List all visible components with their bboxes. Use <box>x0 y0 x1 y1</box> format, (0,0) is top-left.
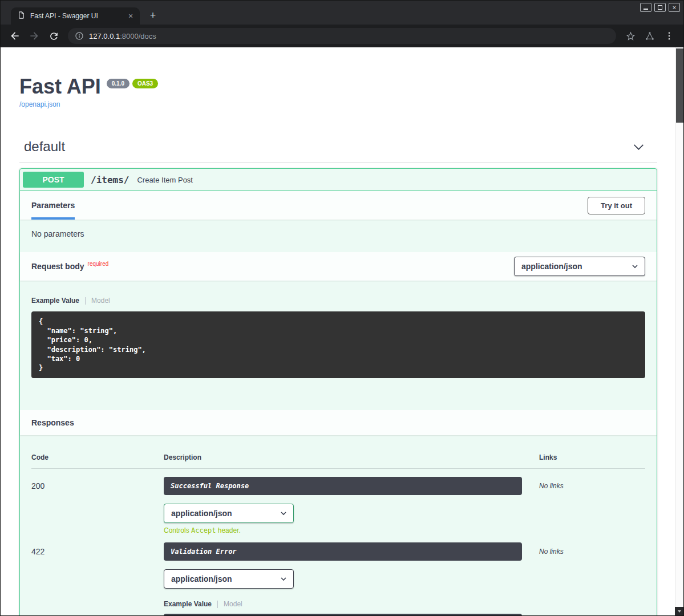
response-row-422: 422 Validation Error application/json Ex… <box>31 534 645 615</box>
required-label: required <box>88 261 109 267</box>
response-media-type-value: application/json <box>171 574 232 583</box>
responses-header: Responses <box>20 410 657 435</box>
swagger-content: Fast API 0.1.0 OAS3 /openapi.json defaul… <box>1 47 676 615</box>
response-media-type-value: application/json <box>171 509 232 518</box>
responses-title: Responses <box>31 418 74 427</box>
endpoint-path: /items/ <box>84 175 135 185</box>
model-tab[interactable]: Model <box>91 297 110 305</box>
reload-icon[interactable] <box>45 27 62 44</box>
request-body-example: Example Value Model { "name": "string", … <box>20 281 657 410</box>
api-title-text: Fast API <box>19 75 101 99</box>
accept-note-prefix: Controls <box>164 526 191 534</box>
col-links: Links <box>539 453 645 461</box>
oas3-badge: OAS3 <box>132 79 158 88</box>
window-controls: × <box>640 3 680 12</box>
tab-title: Fast API - Swagger UI <box>30 12 122 20</box>
endpoint-summary: Create Item Post <box>135 176 193 184</box>
col-code: Code <box>31 453 164 461</box>
scroll-down-arrow-icon <box>678 610 681 613</box>
site-info-icon[interactable] <box>75 31 84 40</box>
new-tab-button[interactable]: + <box>145 8 160 23</box>
collapse-chevron-icon[interactable] <box>633 141 656 153</box>
openapi-json-link[interactable]: /openapi.json <box>19 100 60 108</box>
example-value-tab[interactable]: Example Value <box>164 600 212 608</box>
response-row-200: 200 Successful Response application/json… <box>31 469 645 534</box>
tab-close-icon[interactable]: × <box>126 11 135 21</box>
response-links: No links <box>539 542 645 615</box>
menu-kebab-icon[interactable] <box>661 27 678 44</box>
request-example-json[interactable]: { "name": "string", "price": 0, "descrip… <box>31 311 645 378</box>
response-description-cell: Successful Response application/json Con… <box>164 477 539 534</box>
url-text: 127.0.0.1:8000/docs <box>89 32 156 40</box>
minimize-button[interactable] <box>640 3 651 12</box>
response-media-type-select[interactable]: application/json <box>164 504 294 523</box>
response-code: 422 <box>31 542 164 615</box>
try-it-out-button[interactable]: Try it out <box>588 197 645 214</box>
browser-tab[interactable]: Fast API - Swagger UI × <box>11 7 140 25</box>
chevron-down-icon <box>630 262 640 271</box>
tab-separator <box>85 297 86 305</box>
tag-title: default <box>24 139 65 155</box>
chevron-down-icon <box>279 574 288 583</box>
method-badge: POST <box>23 172 84 188</box>
model-tab[interactable]: Model <box>224 600 242 608</box>
back-icon[interactable] <box>6 27 23 44</box>
response-description-box: Validation Error <box>164 542 522 561</box>
api-title: Fast API 0.1.0 OAS3 <box>19 75 657 99</box>
version-badge: 0.1.0 <box>107 79 129 88</box>
browser-window: Fast API - Swagger UI × + × 127.0.0.1:80… <box>0 0 684 616</box>
operation-summary[interactable]: POST /items/ Create Item Post <box>20 169 657 191</box>
no-parameters-text: No parameters <box>20 220 657 252</box>
page-viewport: Fast API 0.1.0 OAS3 /openapi.json defaul… <box>1 47 683 615</box>
url-host: 127.0.0.1 <box>89 32 120 40</box>
response-description-cell: Validation Error application/json Exampl… <box>164 542 539 615</box>
tag-section-default[interactable]: default <box>19 139 657 163</box>
example-value-tab[interactable]: Example Value <box>31 297 79 305</box>
scroll-down-button[interactable] <box>675 607 683 615</box>
scrollbar[interactable] <box>675 47 683 615</box>
tab-separator <box>217 601 218 608</box>
api-info: Fast API 0.1.0 OAS3 /openapi.json <box>19 47 657 109</box>
response-links: No links <box>539 477 645 534</box>
url-path: :8000/docs <box>120 32 156 40</box>
scrollbar-thumb[interactable] <box>676 48 683 123</box>
browser-titlebar: Fast API - Swagger UI × + × <box>1 1 683 25</box>
parameters-tab-label: Parameters <box>31 201 75 210</box>
accept-note-code: Accept <box>191 526 216 534</box>
hub-icon[interactable] <box>641 27 658 44</box>
parameters-tab[interactable]: Parameters <box>31 191 75 220</box>
browser-navbar: 127.0.0.1:8000/docs <box>1 25 683 47</box>
response-media-type-select[interactable]: application/json <box>164 569 294 589</box>
bookmark-star-icon[interactable] <box>622 27 639 44</box>
response-description-box: Successful Response <box>164 477 522 495</box>
address-bar[interactable]: 127.0.0.1:8000/docs <box>68 28 616 44</box>
responses-table-head: Code Description Links <box>31 447 645 469</box>
forward-icon[interactable] <box>26 27 43 44</box>
opblock-post-items: POST /items/ Create Item Post Parameters… <box>19 168 657 615</box>
parameters-header: Parameters Try it out <box>20 191 657 220</box>
accept-note-suffix: header. <box>216 526 240 534</box>
request-body-title: Request body <box>31 262 84 271</box>
chevron-down-icon <box>279 509 288 518</box>
page-favicon-icon <box>17 11 26 21</box>
request-body-title-group: Request bodyrequired <box>31 261 108 271</box>
close-button[interactable]: × <box>669 3 680 12</box>
request-media-type-select[interactable]: application/json <box>514 257 645 276</box>
example-model-tabs: Example Value Model <box>164 600 522 608</box>
response-code: 200 <box>31 477 164 534</box>
request-media-type-value: application/json <box>521 262 582 271</box>
accept-header-note: Controls Accept header. <box>164 526 522 534</box>
response-422-example-box <box>164 614 522 615</box>
col-description: Description <box>164 453 539 461</box>
example-model-tabs: Example Value Model <box>31 297 645 305</box>
request-body-header: Request bodyrequired application/json <box>20 252 657 281</box>
maximize-button[interactable] <box>654 3 666 12</box>
responses-table: Code Description Links 200 Successful Re… <box>20 435 657 615</box>
